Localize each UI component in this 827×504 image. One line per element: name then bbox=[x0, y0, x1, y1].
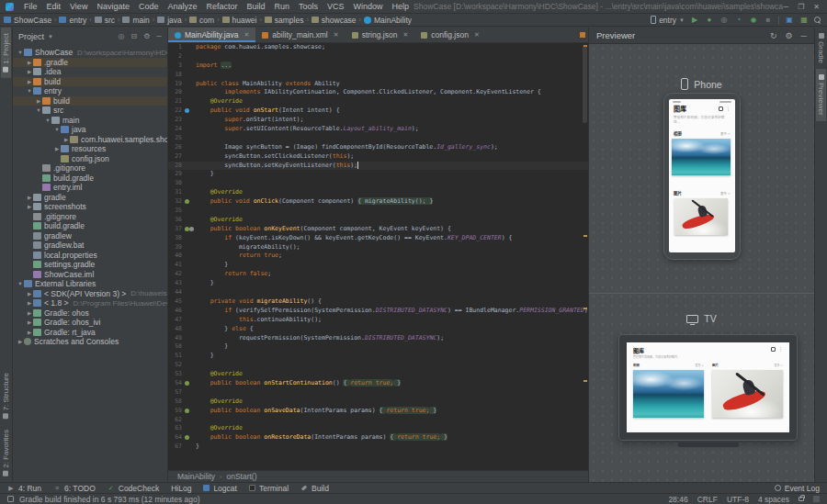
gear-icon[interactable]: ⚙ bbox=[786, 31, 793, 40]
code-line-35[interactable]: 35 bbox=[168, 207, 588, 216]
line-number[interactable]: 30 bbox=[168, 179, 184, 188]
line-number[interactable]: 63 bbox=[168, 424, 184, 433]
tree-item-.gitignore[interactable]: .gitignore bbox=[13, 212, 167, 222]
code-line-43[interactable]: 43 } bbox=[168, 279, 588, 288]
code-line-24[interactable]: 24 super.setUIContent(ResourceTable.Layo… bbox=[168, 125, 588, 134]
tree-item-gradlew[interactable]: gradlew bbox=[13, 231, 167, 241]
code-line-44[interactable]: 44 bbox=[168, 288, 588, 297]
tree-item-resources[interactable]: ▶resources bbox=[13, 144, 167, 154]
code-line-2[interactable]: 2 bbox=[168, 52, 588, 62]
close-tab-icon[interactable]: ✕ bbox=[334, 31, 339, 39]
tree-item-java[interactable]: ▼java bbox=[13, 125, 167, 135]
tree-expand-arrow[interactable]: ▼ bbox=[17, 50, 24, 55]
menu-code[interactable]: Code bbox=[134, 0, 164, 14]
tree-expand-arrow[interactable]: ▶ bbox=[26, 310, 33, 316]
line-number[interactable]: 41 bbox=[168, 261, 184, 270]
code-line-63[interactable]: 63 @Override bbox=[168, 424, 588, 433]
code-line-28[interactable]: 28 syncButton.setKeyEventListener(this); bbox=[168, 162, 588, 171]
code-line-59[interactable]: 59 public boolean onSaveData(IntentParam… bbox=[168, 407, 588, 416]
menu-tools[interactable]: Tools bbox=[294, 0, 323, 14]
menu-window[interactable]: Window bbox=[349, 0, 388, 14]
menu-help[interactable]: Help bbox=[388, 0, 414, 14]
line-number[interactable]: 51 bbox=[168, 352, 184, 361]
line-number[interactable]: 29 bbox=[168, 170, 184, 179]
line-number[interactable]: 40 bbox=[168, 252, 184, 261]
tree-item-com.huawei.samples.showcase[interactable]: ▶com.huawei.samples.showcase bbox=[13, 135, 167, 145]
collapse-all-icon[interactable]: ⊟ bbox=[130, 32, 137, 40]
status-line-endings[interactable]: CRLF bbox=[697, 495, 718, 504]
tree-item-build[interactable]: ▶build bbox=[13, 96, 167, 106]
line-number[interactable]: 46 bbox=[168, 307, 184, 316]
menu-navigate[interactable]: Navigate bbox=[92, 0, 134, 14]
toolwindow-toggle-icon[interactable] bbox=[7, 496, 14, 502]
breadcrumb-item-samples[interactable]: samples bbox=[265, 16, 304, 25]
memory-indicator-icon[interactable] bbox=[813, 496, 820, 502]
maximize-button[interactable]: ❐ bbox=[798, 3, 804, 11]
line-number[interactable]: 38 bbox=[168, 234, 184, 243]
code-line-32[interactable]: 32 public void onClick(Component compone… bbox=[168, 197, 588, 207]
tool-stripe-tab-previewer[interactable]: Previewer bbox=[816, 69, 826, 121]
breadcrumb-item-entry[interactable]: entry bbox=[59, 16, 86, 25]
line-number[interactable]: 37 bbox=[168, 225, 184, 234]
line-number[interactable]: 52 bbox=[168, 361, 184, 370]
line-number[interactable]: 31 bbox=[168, 188, 184, 197]
code-line-20[interactable]: 20 implements IAbilityContinuation, Comp… bbox=[168, 88, 588, 97]
photos-more-link[interactable]: 更多 > bbox=[775, 364, 783, 367]
line-number[interactable]: 24 bbox=[168, 125, 184, 134]
tree-expand-arrow[interactable]: ▶ bbox=[26, 195, 33, 200]
toolwindow-button-build[interactable]: Build bbox=[300, 484, 329, 493]
tree-item-gradlertjava[interactable]: ▶Gradle: rt_java bbox=[13, 328, 167, 338]
tree-item-scratchesandconsoles[interactable]: ▶Scratches and Consoles bbox=[13, 337, 167, 347]
tree-item-gradle[interactable]: ▶gradle bbox=[13, 193, 167, 203]
tree-item-screenshots[interactable]: ▶screenshots bbox=[13, 202, 167, 212]
tree-expand-arrow[interactable]: ▶ bbox=[26, 69, 33, 74]
code-line-22[interactable]: 22 public void onStart(Intent intent) { bbox=[168, 106, 588, 116]
breadcrumb-item-src[interactable]: src bbox=[95, 16, 115, 25]
line-number[interactable]: 2 bbox=[168, 52, 184, 62]
run-configuration-select[interactable]: entry ▼ bbox=[651, 16, 685, 25]
code-line-49[interactable]: 49 requestPermission(SystemPermission.DI… bbox=[168, 334, 588, 343]
tree-item-externallibraries[interactable]: ▼External Libraries bbox=[13, 279, 167, 289]
menu-analyze[interactable]: Analyze bbox=[163, 0, 201, 14]
tree-item-main[interactable]: ▼main bbox=[13, 116, 167, 126]
breadcrumb-item-mainability[interactable]: MainAbility bbox=[364, 16, 412, 25]
code-line-41[interactable]: 41 } bbox=[168, 261, 588, 270]
sdk-manager-button[interactable]: ▦ bbox=[799, 16, 809, 25]
tree-expand-arrow[interactable]: ▼ bbox=[26, 88, 33, 94]
tree-expand-arrow[interactable]: ▼ bbox=[53, 127, 61, 132]
code-line-38[interactable]: 38 if (keyEvent.isKeyDown() && keyEvent.… bbox=[168, 234, 588, 243]
menu-edit[interactable]: Edit bbox=[42, 0, 66, 14]
run-button[interactable]: ▶ bbox=[690, 16, 699, 25]
tree-expand-arrow[interactable]: ▶ bbox=[26, 79, 33, 84]
tool-stripe-tab-gradle[interactable]: Gradle bbox=[816, 28, 826, 69]
line-number[interactable]: 58 bbox=[168, 398, 184, 407]
device-manager-button[interactable]: ▣ bbox=[785, 16, 794, 25]
code-line-46[interactable]: 46 if (verifySelfPermission(SystemPermis… bbox=[168, 307, 588, 316]
code-line-52[interactable]: 52 bbox=[168, 361, 588, 370]
menu-build[interactable]: Build bbox=[242, 0, 269, 14]
tree-item-gradleohosivi[interactable]: ▶Gradle: ohos_ivi bbox=[13, 318, 167, 328]
attach-debugger-button[interactable]: ◉ bbox=[749, 16, 758, 25]
toolwindow-button-terminal[interactable]: Terminal bbox=[249, 484, 289, 493]
tree-expand-arrow[interactable]: ▶ bbox=[17, 339, 24, 344]
menu-run[interactable]: Run bbox=[270, 0, 295, 14]
tab-config-json[interactable]: config.json✕ bbox=[414, 28, 486, 42]
tree-item-.gradle[interactable]: ▶.gradle bbox=[13, 58, 167, 68]
tree-item-settings.gradle[interactable]: settings.gradle bbox=[13, 260, 167, 270]
editor-scrollbar[interactable] bbox=[583, 45, 587, 123]
close-tab-icon[interactable]: ✕ bbox=[474, 31, 480, 39]
tab-ability-main-xml[interactable]: ability_main.xml✕ bbox=[255, 28, 345, 42]
line-number[interactable]: 23 bbox=[168, 116, 184, 125]
line-number[interactable]: 57 bbox=[168, 388, 184, 398]
tree-item-1.8[interactable]: ▶< 1.8 >D:\Program Files\Huawei\DevEco S… bbox=[13, 298, 167, 308]
code-line-53[interactable]: 53 @Override bbox=[168, 370, 588, 379]
tree-item-gradlew.bat[interactable]: gradlew.bat bbox=[13, 241, 167, 251]
tree-expand-arrow[interactable]: ▼ bbox=[44, 118, 51, 123]
code-line-64[interactable]: 64 public boolean onRestoreData(IntentPa… bbox=[168, 433, 588, 442]
breadcrumb-item-showcase[interactable]: showcase bbox=[312, 16, 357, 25]
more-menu-icon[interactable]: ⋮ bbox=[726, 106, 731, 111]
line-number[interactable]: 47 bbox=[168, 316, 184, 325]
toolwindow-button-run[interactable]: ▶4: Run bbox=[7, 484, 41, 493]
code-line-18[interactable]: 18 bbox=[168, 71, 588, 80]
tree-expand-arrow[interactable]: ▶ bbox=[26, 300, 33, 306]
